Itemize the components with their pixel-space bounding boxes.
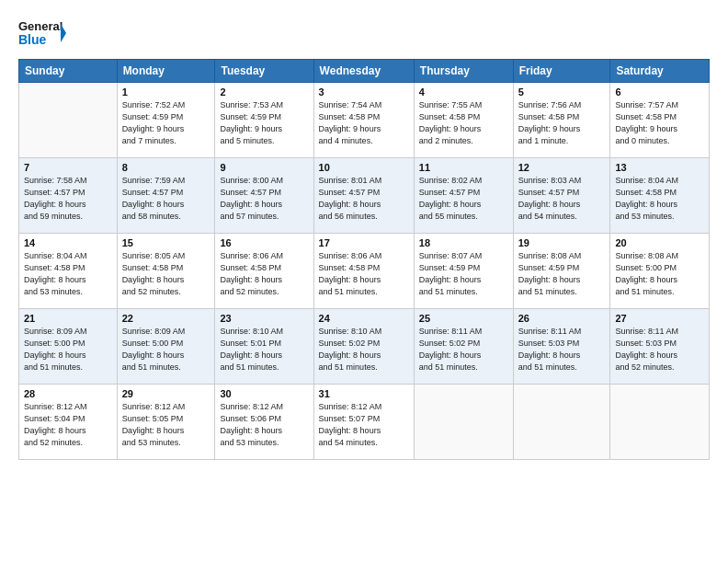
calendar-cell: 4Sunrise: 7:55 AM Sunset: 4:58 PM Daylig… (414, 83, 513, 158)
calendar-cell: 2Sunrise: 7:53 AM Sunset: 4:59 PM Daylig… (215, 83, 313, 158)
calendar-week-row: 28Sunrise: 8:12 AM Sunset: 5:04 PM Dayli… (19, 385, 710, 460)
day-info: Sunrise: 7:59 AM Sunset: 4:57 PM Dayligh… (122, 175, 210, 223)
calendar-cell: 6Sunrise: 7:57 AM Sunset: 4:58 PM Daylig… (610, 83, 710, 158)
calendar-cell: 22Sunrise: 8:09 AM Sunset: 5:00 PM Dayli… (117, 309, 215, 385)
svg-marker-2 (61, 24, 66, 42)
header: General Blue (18, 17, 710, 50)
day-number: 9 (220, 162, 308, 173)
calendar-cell: 20Sunrise: 8:08 AM Sunset: 5:00 PM Dayli… (610, 234, 710, 309)
calendar-cell: 30Sunrise: 8:12 AM Sunset: 5:06 PM Dayli… (215, 385, 313, 460)
calendar-cell: 19Sunrise: 8:08 AM Sunset: 4:59 PM Dayli… (513, 234, 610, 309)
calendar-week-row: 21Sunrise: 8:09 AM Sunset: 5:00 PM Dayli… (19, 309, 710, 385)
calendar-cell: 21Sunrise: 8:09 AM Sunset: 5:00 PM Dayli… (19, 309, 118, 385)
calendar-cell: 8Sunrise: 7:59 AM Sunset: 4:57 PM Daylig… (117, 158, 215, 234)
calendar-cell (414, 385, 513, 460)
calendar-cell: 14Sunrise: 8:04 AM Sunset: 4:58 PM Dayli… (19, 234, 118, 309)
day-info: Sunrise: 8:11 AM Sunset: 5:02 PM Dayligh… (419, 326, 508, 373)
day-info: Sunrise: 8:09 AM Sunset: 5:00 PM Dayligh… (24, 326, 112, 373)
day-number: 8 (122, 162, 210, 173)
calendar-cell: 17Sunrise: 8:06 AM Sunset: 4:58 PM Dayli… (313, 234, 414, 309)
day-info: Sunrise: 7:52 AM Sunset: 4:59 PM Dayligh… (122, 99, 210, 147)
day-info: Sunrise: 8:02 AM Sunset: 4:57 PM Dayligh… (419, 175, 508, 223)
logo-svg: General Blue (18, 17, 66, 50)
day-info: Sunrise: 8:03 AM Sunset: 4:57 PM Dayligh… (518, 175, 606, 223)
day-number: 6 (615, 86, 704, 98)
calendar-cell: 9Sunrise: 8:00 AM Sunset: 4:57 PM Daylig… (215, 158, 313, 234)
day-number: 27 (615, 313, 704, 324)
calendar-cell: 27Sunrise: 8:11 AM Sunset: 5:03 PM Dayli… (610, 309, 710, 385)
day-number: 13 (615, 162, 704, 173)
day-number: 23 (220, 313, 308, 324)
day-info: Sunrise: 7:57 AM Sunset: 4:58 PM Dayligh… (615, 99, 704, 147)
day-number: 11 (419, 162, 508, 173)
calendar-cell: 5Sunrise: 7:56 AM Sunset: 4:58 PM Daylig… (513, 83, 610, 158)
day-number: 2 (220, 86, 308, 98)
calendar-cell: 25Sunrise: 8:11 AM Sunset: 5:02 PM Dayli… (414, 309, 513, 385)
day-info: Sunrise: 8:05 AM Sunset: 4:58 PM Dayligh… (122, 250, 210, 298)
day-info: Sunrise: 8:08 AM Sunset: 5:00 PM Dayligh… (615, 250, 704, 298)
calendar-week-row: 7Sunrise: 7:58 AM Sunset: 4:57 PM Daylig… (19, 158, 710, 234)
calendar-cell: 23Sunrise: 8:10 AM Sunset: 5:01 PM Dayli… (215, 309, 313, 385)
col-header-tuesday: Tuesday (215, 60, 313, 83)
col-header-sunday: Sunday (19, 60, 118, 83)
col-header-monday: Monday (117, 60, 215, 83)
calendar-cell: 15Sunrise: 8:05 AM Sunset: 4:58 PM Dayli… (117, 234, 215, 309)
calendar-cell: 31Sunrise: 8:12 AM Sunset: 5:07 PM Dayli… (313, 385, 414, 460)
day-info: Sunrise: 8:04 AM Sunset: 4:58 PM Dayligh… (24, 250, 112, 298)
calendar-cell: 28Sunrise: 8:12 AM Sunset: 5:04 PM Dayli… (19, 385, 118, 460)
day-number: 16 (220, 237, 308, 248)
day-number: 19 (518, 237, 606, 248)
calendar-cell: 16Sunrise: 8:06 AM Sunset: 4:58 PM Dayli… (215, 234, 313, 309)
day-info: Sunrise: 8:12 AM Sunset: 5:06 PM Dayligh… (220, 401, 308, 449)
calendar-cell: 13Sunrise: 8:04 AM Sunset: 4:58 PM Dayli… (610, 158, 710, 234)
day-info: Sunrise: 8:00 AM Sunset: 4:57 PM Dayligh… (220, 175, 308, 223)
day-info: Sunrise: 8:11 AM Sunset: 5:03 PM Dayligh… (615, 326, 704, 373)
calendar-cell: 10Sunrise: 8:01 AM Sunset: 4:57 PM Dayli… (313, 158, 414, 234)
day-number: 29 (122, 388, 210, 399)
day-number: 22 (122, 313, 210, 324)
calendar-cell: 26Sunrise: 8:11 AM Sunset: 5:03 PM Dayli… (513, 309, 610, 385)
day-number: 4 (419, 86, 508, 98)
day-number: 14 (24, 237, 112, 248)
day-info: Sunrise: 8:12 AM Sunset: 5:05 PM Dayligh… (122, 401, 210, 449)
page: General Blue SundayMondayTuesdayWednesda… (0, 0, 728, 563)
col-header-friday: Friday (513, 60, 610, 83)
day-number: 28 (24, 388, 112, 399)
calendar-cell: 11Sunrise: 8:02 AM Sunset: 4:57 PM Dayli… (414, 158, 513, 234)
calendar-table: SundayMondayTuesdayWednesdayThursdayFrid… (18, 59, 710, 460)
day-info: Sunrise: 7:58 AM Sunset: 4:57 PM Dayligh… (24, 175, 112, 223)
day-info: Sunrise: 8:09 AM Sunset: 5:00 PM Dayligh… (122, 326, 210, 373)
calendar-cell: 1Sunrise: 7:52 AM Sunset: 4:59 PM Daylig… (117, 83, 215, 158)
day-number: 21 (24, 313, 112, 324)
calendar-cell: 29Sunrise: 8:12 AM Sunset: 5:05 PM Dayli… (117, 385, 215, 460)
calendar-cell (610, 385, 710, 460)
col-header-thursday: Thursday (414, 60, 513, 83)
day-info: Sunrise: 8:10 AM Sunset: 5:01 PM Dayligh… (220, 326, 308, 373)
calendar-cell: 3Sunrise: 7:54 AM Sunset: 4:58 PM Daylig… (313, 83, 414, 158)
day-info: Sunrise: 8:04 AM Sunset: 4:58 PM Dayligh… (615, 175, 704, 223)
day-info: Sunrise: 8:01 AM Sunset: 4:57 PM Dayligh… (319, 175, 409, 223)
day-info: Sunrise: 7:54 AM Sunset: 4:58 PM Dayligh… (319, 99, 409, 147)
day-info: Sunrise: 7:55 AM Sunset: 4:58 PM Dayligh… (419, 99, 508, 147)
day-number: 18 (419, 237, 508, 248)
calendar-cell: 7Sunrise: 7:58 AM Sunset: 4:57 PM Daylig… (19, 158, 118, 234)
logo: General Blue (18, 17, 66, 50)
day-info: Sunrise: 8:07 AM Sunset: 4:59 PM Dayligh… (419, 250, 508, 298)
day-info: Sunrise: 8:11 AM Sunset: 5:03 PM Dayligh… (518, 326, 606, 373)
day-info: Sunrise: 8:08 AM Sunset: 4:59 PM Dayligh… (518, 250, 606, 298)
day-number: 15 (122, 237, 210, 248)
day-number: 24 (319, 313, 409, 324)
day-info: Sunrise: 8:06 AM Sunset: 4:58 PM Dayligh… (319, 250, 409, 298)
calendar-week-row: 14Sunrise: 8:04 AM Sunset: 4:58 PM Dayli… (19, 234, 710, 309)
col-header-saturday: Saturday (610, 60, 710, 83)
day-number: 31 (319, 388, 409, 399)
day-info: Sunrise: 8:12 AM Sunset: 5:07 PM Dayligh… (319, 401, 409, 449)
calendar-cell (19, 83, 118, 158)
calendar-header-row: SundayMondayTuesdayWednesdayThursdayFrid… (19, 60, 710, 83)
day-number: 20 (615, 237, 704, 248)
calendar-cell: 12Sunrise: 8:03 AM Sunset: 4:57 PM Dayli… (513, 158, 610, 234)
day-info: Sunrise: 8:10 AM Sunset: 5:02 PM Dayligh… (319, 326, 409, 373)
day-number: 17 (319, 237, 409, 248)
day-number: 1 (122, 86, 210, 98)
day-number: 7 (24, 162, 112, 173)
